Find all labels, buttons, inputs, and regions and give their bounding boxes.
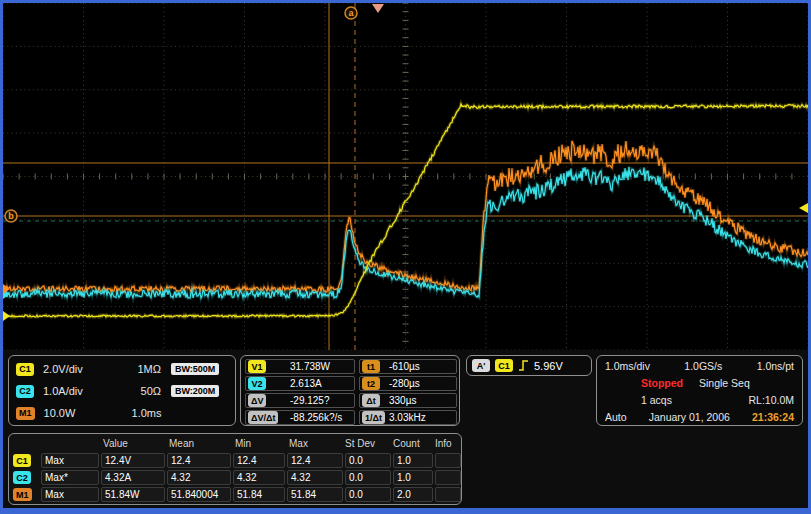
table-row[interactable]: C2 Max* 4.32A 4.32 4.32 4.32 0.0 1.0 xyxy=(13,470,457,485)
c2-bandwidth: BW:200M xyxy=(171,385,219,397)
dvdt-value: -88.256k?/s xyxy=(290,412,342,423)
row2-count: 1.0 xyxy=(393,470,433,485)
col-header-min: Min xyxy=(235,438,251,449)
v1-badge: V1 xyxy=(248,360,266,373)
row3-min: 51.84 xyxy=(233,487,285,502)
acq-count: 1 acqs xyxy=(641,394,672,406)
waveform-display[interactable]: ab xyxy=(3,3,808,350)
readout-dv: ΔV -29.125? xyxy=(245,393,355,408)
col-header-stdev: St Dev xyxy=(345,438,375,449)
sample-resolution: 1.0ns/pt xyxy=(757,360,794,372)
control-panel: C1 2.0V/div 1MΩ BW:500M C2 1.0A/div 50Ω … xyxy=(3,350,808,508)
row2-stdev: 0.0 xyxy=(345,470,391,485)
record-length: RL:10.0M xyxy=(748,394,794,406)
readout-t2: t2 -280µs xyxy=(359,376,457,391)
trigger-level-marker[interactable] xyxy=(799,203,808,213)
t2-value: -280µs xyxy=(389,378,420,389)
c2-scale[interactable]: 1.0A/div xyxy=(43,385,115,397)
m1-scale[interactable]: 10.0W xyxy=(44,407,116,419)
c1-settings-row: C1 2.0V/div 1MΩ BW:500M xyxy=(16,361,229,377)
acquisition-box: 1.0ms/div 1.0GS/s 1.0ns/pt Stopped Singl… xyxy=(596,355,803,426)
row1-count: 1.0 xyxy=(393,453,433,468)
readout-dt: Δt 330µs xyxy=(359,393,457,408)
trigger-source-badge: C1 xyxy=(495,359,513,372)
c1-trace xyxy=(3,104,808,317)
c1-scale[interactable]: 2.0V/div xyxy=(43,363,115,375)
run-status-row: Stopped Single Seq xyxy=(605,377,794,389)
row1-max: 12.4 xyxy=(287,453,343,468)
row3-channel-badge: M1 xyxy=(13,488,32,501)
dv-badge: ΔV xyxy=(248,394,266,407)
row3-count: 2.0 xyxy=(393,487,433,502)
readout-t1: t1 -610µs xyxy=(359,359,457,374)
c1-badge[interactable]: C1 xyxy=(16,363,34,376)
row2-value: 4.32A xyxy=(101,470,165,485)
row1-mean: 12.4 xyxy=(167,453,231,468)
date-text: January 01, 2006 xyxy=(649,411,730,423)
acq-count-row: 1 acqs RL:10.0M xyxy=(605,394,794,406)
row3-mean: 51.840004 xyxy=(167,487,231,502)
row1-info xyxy=(435,453,461,468)
table-row[interactable]: C1 Max 12.4V 12.4 12.4 12.4 0.0 1.0 xyxy=(13,453,457,468)
trig-mode: Auto xyxy=(605,411,627,423)
readout-v1: V1 31.738W xyxy=(245,359,355,374)
dvdt-badge: ΔV/Δt xyxy=(248,411,278,424)
table-row[interactable]: M1 Max 51.84W 51.840004 51.84 51.84 0.0 … xyxy=(13,487,457,502)
cursor-readout-box: V1 31.738W V2 2.613A ΔV -29.125? ΔV/Δt -… xyxy=(240,355,460,426)
timebase-value[interactable]: 1.0ms/div xyxy=(605,360,650,372)
dt-badge: Δt xyxy=(362,394,380,407)
row2-channel-badge: C2 xyxy=(13,471,31,484)
svg-text:b: b xyxy=(8,211,14,221)
sample-rate: 1.0GS/s xyxy=(684,360,722,372)
trigger-a-badge: A' xyxy=(472,359,490,372)
freq-badge: 1/Δt xyxy=(362,411,385,424)
time-text: 21:36:24 xyxy=(752,411,794,423)
trigger-readout-box[interactable]: A' C1 5.96V xyxy=(466,355,592,376)
c2-badge[interactable]: C2 xyxy=(16,385,34,398)
measurement-table: Value Mean Min Max St Dev Count Info C1 … xyxy=(8,433,462,505)
dt-value: 330µs xyxy=(389,395,416,406)
acq-mode: Single Seq xyxy=(699,377,750,389)
col-header-value: Value xyxy=(103,438,128,449)
readout-v2: V2 2.613A xyxy=(245,376,355,391)
row1-stdev: 0.0 xyxy=(345,453,391,468)
row1-meas-label: Max xyxy=(41,453,99,468)
row3-stdev: 0.0 xyxy=(345,487,391,502)
vertical-settings-box: C1 2.0V/div 1MΩ BW:500M C2 1.0A/div 50Ω … xyxy=(8,355,236,426)
row3-meas-label: Max xyxy=(41,487,99,502)
row2-max: 4.32 xyxy=(287,470,343,485)
m1-timebase: 1.0ms xyxy=(116,407,162,419)
row3-info xyxy=(435,487,461,502)
trigger-position-marker[interactable] xyxy=(372,4,384,13)
datetime-row: Auto January 01, 2006 21:36:24 xyxy=(605,411,794,423)
freq-value: 3.03kHz xyxy=(389,412,426,423)
row2-min: 4.32 xyxy=(233,470,285,485)
row2-mean: 4.32 xyxy=(167,470,231,485)
run-status: Stopped xyxy=(641,377,683,389)
v2-value: 2.613A xyxy=(290,378,322,389)
readout-freq: 1/Δt 3.03kHz xyxy=(359,410,457,425)
t1-badge: t1 xyxy=(362,360,380,373)
channel-ref-marker-1[interactable] xyxy=(3,311,10,321)
row1-channel-badge: C1 xyxy=(13,454,31,467)
oscilloscope-window: ab C1 2.0V/div 1MΩ BW:500M C2 1.0A/div 5… xyxy=(0,0,811,514)
col-header-max: Max xyxy=(289,438,308,449)
col-header-count: Count xyxy=(393,438,420,449)
row3-max: 51.84 xyxy=(287,487,343,502)
t1-value: -610µs xyxy=(389,361,420,372)
readout-dvdt: ΔV/Δt -88.256k?/s xyxy=(245,410,355,425)
v1-value: 31.738W xyxy=(290,361,330,372)
rising-edge-icon xyxy=(518,359,529,372)
col-header-info: Info xyxy=(435,438,452,449)
c1-impedance: 1MΩ xyxy=(115,363,161,375)
row2-meas-label: Max* xyxy=(41,470,99,485)
dv-value: -29.125? xyxy=(290,395,329,406)
c1-bandwidth: BW:500M xyxy=(171,363,219,375)
m1-badge[interactable]: M1 xyxy=(16,407,35,420)
c2-settings-row: C2 1.0A/div 50Ω BW:200M xyxy=(16,383,229,399)
row1-min: 12.4 xyxy=(233,453,285,468)
t2-badge: t2 xyxy=(362,377,380,390)
m1-settings-row: M1 10.0W 1.0ms xyxy=(16,405,229,421)
row1-value: 12.4V xyxy=(101,453,165,468)
row2-info xyxy=(435,470,461,485)
